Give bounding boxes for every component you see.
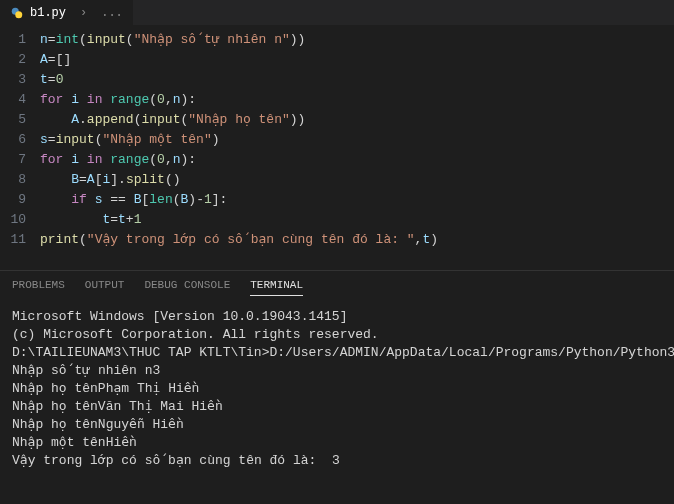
- terminal-line: Nhập họ tênNguyễn Hiền: [12, 416, 662, 434]
- line-number: 2: [0, 50, 26, 70]
- tab-output[interactable]: OUTPUT: [85, 279, 125, 296]
- line-number: 5: [0, 110, 26, 130]
- terminal-line: Nhập họ tênPhạm Thị Hiền: [12, 380, 662, 398]
- line-number: 9: [0, 190, 26, 210]
- terminal-line: Nhập một tênHiền: [12, 434, 662, 452]
- file-tab[interactable]: b1.py › ...: [0, 0, 133, 26]
- terminal-line: Microsoft Windows [Version 10.0.19043.14…: [12, 308, 662, 326]
- terminal-output[interactable]: Microsoft Windows [Version 10.0.19043.14…: [0, 302, 674, 504]
- tab-terminal[interactable]: TERMINAL: [250, 279, 303, 296]
- code-line[interactable]: B=A[i].split(): [40, 170, 674, 190]
- panel-tab-bar: PROBLEMS OUTPUT DEBUG CONSOLE TERMINAL: [0, 271, 674, 302]
- line-number: 11: [0, 230, 26, 250]
- terminal-line: (c) Microsoft Corporation. All rights re…: [12, 326, 662, 344]
- terminal-line: D:\TAILIEUNAM3\THUC TAP KTLT\Tin>D:/User…: [12, 344, 662, 362]
- code-line[interactable]: for i in range(0,n):: [40, 90, 674, 110]
- line-number: 4: [0, 90, 26, 110]
- breadcrumb: ...: [93, 6, 123, 20]
- code-line[interactable]: s=input("Nhập một tên"): [40, 130, 674, 150]
- code-line[interactable]: if s == B[len(B)-1]:: [40, 190, 674, 210]
- breadcrumb-separator: ›: [72, 6, 87, 20]
- line-number: 1: [0, 30, 26, 50]
- line-number: 7: [0, 150, 26, 170]
- code-line[interactable]: A=[]: [40, 50, 674, 70]
- terminal-line: Vậy trong lớp có số bạn cùng tên đó là: …: [12, 452, 662, 470]
- svg-point-1: [15, 11, 22, 18]
- line-number: 3: [0, 70, 26, 90]
- code-line[interactable]: n=int(input("Nhập số tự nhiên n")): [40, 30, 674, 50]
- code-editor[interactable]: 1234567891011 n=int(input("Nhập số tự nh…: [0, 26, 674, 270]
- tab-filename: b1.py: [30, 6, 66, 20]
- bottom-panel: PROBLEMS OUTPUT DEBUG CONSOLE TERMINAL M…: [0, 270, 674, 504]
- code-line[interactable]: print("Vậy trong lớp có số bạn cùng tên …: [40, 230, 674, 250]
- terminal-line: Nhập họ tênVăn Thị Mai Hiền: [12, 398, 662, 416]
- line-number: 6: [0, 130, 26, 150]
- tab-bar: b1.py › ...: [0, 0, 674, 26]
- code-line[interactable]: t=0: [40, 70, 674, 90]
- tab-problems[interactable]: PROBLEMS: [12, 279, 65, 296]
- line-number: 10: [0, 210, 26, 230]
- tab-debug-console[interactable]: DEBUG CONSOLE: [144, 279, 230, 296]
- code-line[interactable]: for i in range(0,n):: [40, 150, 674, 170]
- python-icon: [10, 6, 24, 20]
- line-numbers: 1234567891011: [0, 26, 40, 270]
- terminal-line: Nhập số tự nhiên n3: [12, 362, 662, 380]
- code-content[interactable]: n=int(input("Nhập số tự nhiên n"))A=[]t=…: [40, 26, 674, 270]
- code-line[interactable]: A.append(input("Nhập họ tên")): [40, 110, 674, 130]
- code-line[interactable]: t=t+1: [40, 210, 674, 230]
- line-number: 8: [0, 170, 26, 190]
